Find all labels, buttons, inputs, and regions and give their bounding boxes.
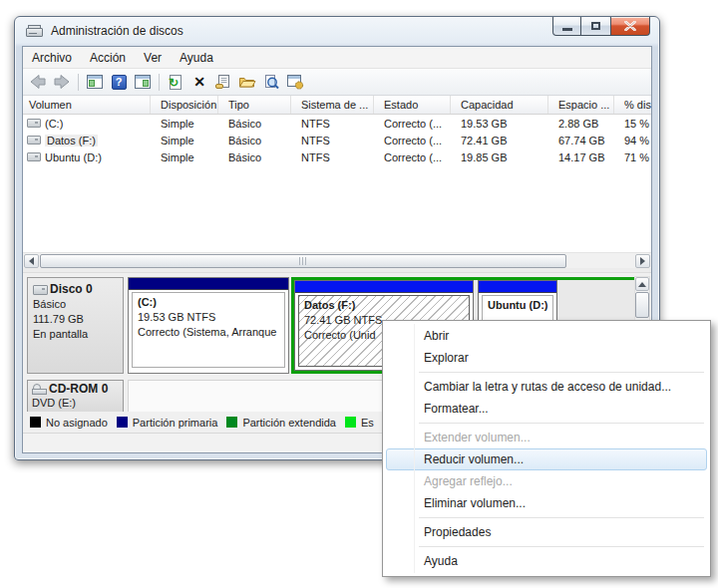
menu-item-explorar[interactable]: Explorar bbox=[386, 347, 707, 369]
column-header-espacio[interactable]: Espacio ... bbox=[548, 96, 614, 114]
menu-ayuda[interactable]: Ayuda bbox=[171, 48, 222, 68]
close-button[interactable] bbox=[610, 17, 650, 36]
disk-icon-slot bbox=[29, 33, 37, 34]
menu-archivo[interactable]: Archivo bbox=[23, 48, 81, 68]
volume-name-cell: Datos (F:) bbox=[23, 135, 151, 147]
refresh-button[interactable]: ↻ bbox=[165, 71, 186, 93]
free-space-cell: 2.88 GB bbox=[548, 118, 614, 130]
disk0-size: 111.79 GB bbox=[33, 312, 118, 327]
open-folder-button[interactable] bbox=[236, 71, 258, 93]
legend-espacio-libre: Es bbox=[345, 417, 374, 429]
volume-list-header: Volumen Disposición Tipo Sistema de ... … bbox=[23, 96, 651, 115]
forward-button[interactable] bbox=[51, 71, 73, 93]
menu-item-ayuda[interactable]: Ayuda bbox=[386, 550, 707, 572]
disk0-header[interactable]: Disco 0 Básico 111.79 GB En pantalla bbox=[27, 277, 124, 374]
type-cell: Básico bbox=[218, 151, 291, 163]
pct-free-cell: 15 % bbox=[614, 118, 651, 130]
scroll-up-button[interactable] bbox=[635, 277, 649, 291]
menu-separator bbox=[419, 517, 704, 518]
delete-icon: ✕ bbox=[193, 75, 205, 89]
back-button[interactable] bbox=[27, 71, 49, 93]
scroll-left-button[interactable] bbox=[24, 254, 39, 268]
cdrom-media: DVD (E:) bbox=[32, 396, 119, 410]
column-header-sistema[interactable]: Sistema de ... bbox=[291, 96, 374, 114]
new-window-button[interactable] bbox=[284, 71, 306, 93]
screen: Administración de discos Archivo Acción … bbox=[0, 0, 718, 588]
column-header-estado[interactable]: Estado bbox=[374, 96, 451, 114]
scroll-right-button[interactable] bbox=[635, 254, 650, 268]
primary-partition-bar bbox=[129, 278, 288, 290]
horizontal-scrollbar[interactable] bbox=[23, 252, 651, 268]
show-console-tree-button[interactable] bbox=[84, 71, 106, 93]
legend-no-asignado: No asignado bbox=[30, 417, 108, 429]
legend-particion-primaria: Partición primaria bbox=[117, 417, 218, 429]
search-icon bbox=[262, 74, 280, 90]
horizontal-scrollbar-thumb[interactable] bbox=[40, 254, 566, 268]
search-button[interactable] bbox=[260, 71, 282, 93]
capacity-cell: 19.53 GB bbox=[451, 118, 548, 130]
title-bar[interactable]: Administración de discos bbox=[15, 17, 659, 46]
menu-item-eliminar-volumen[interactable]: Eliminar volumen... bbox=[386, 492, 707, 514]
menu-separator bbox=[419, 546, 704, 547]
pct-free-cell: 71 % bbox=[614, 151, 651, 163]
volume-row-datos[interactable]: Datos (F:) Simple Básico NTFS Correcto (… bbox=[23, 132, 651, 148]
menu-accion[interactable]: Acción bbox=[81, 48, 135, 68]
menu-item-abrir[interactable]: Abrir bbox=[386, 325, 707, 347]
volume-row-ubuntu[interactable]: Ubuntu (D:) Simple Básico NTFS Correcto … bbox=[23, 148, 651, 165]
toolbar-separator bbox=[159, 74, 160, 91]
logical-drive-bar bbox=[295, 281, 473, 293]
disk-icon bbox=[33, 285, 48, 295]
cdrom-header[interactable]: CD-ROM 0 DVD (E:) bbox=[27, 380, 124, 413]
action-pane-icon bbox=[134, 74, 152, 90]
menu-item-cambiar-letra[interactable]: Cambiar la letra y rutas de acceso de un… bbox=[386, 376, 707, 398]
help-button[interactable]: ? bbox=[108, 71, 130, 93]
fs-cell: NTFS bbox=[291, 151, 374, 163]
volume-icon bbox=[27, 136, 41, 145]
column-header-tipo[interactable]: Tipo bbox=[218, 96, 291, 114]
back-icon bbox=[29, 74, 47, 90]
volume-list: Volumen Disposición Tipo Sistema de ... … bbox=[23, 96, 651, 252]
fs-cell: NTFS bbox=[291, 118, 374, 130]
column-header-capacidad[interactable]: Capacidad bbox=[451, 96, 548, 114]
status-cell: Correcto (... bbox=[374, 151, 451, 163]
properties-button[interactable] bbox=[212, 71, 234, 93]
menu-separator bbox=[419, 423, 704, 424]
menu-ver[interactable]: Ver bbox=[135, 48, 171, 68]
menu-item-reducir-volumen[interactable]: Reducir volumen... bbox=[386, 448, 707, 470]
delete-button[interactable]: ✕ bbox=[188, 71, 210, 93]
console-window-gear-icon bbox=[286, 74, 304, 90]
scroll-up-icon bbox=[638, 278, 646, 287]
capacity-cell: 72.41 GB bbox=[451, 135, 548, 147]
maximize-button[interactable] bbox=[581, 17, 610, 36]
partition-c[interactable]: (C:) 19.53 GB NTFS Correcto (Sistema, Ar… bbox=[128, 277, 289, 374]
column-header-pct-disp[interactable]: % disp bbox=[614, 96, 651, 114]
menu-separator bbox=[419, 372, 704, 373]
legend-label: Partición primaria bbox=[133, 417, 218, 429]
cdrom-icon bbox=[32, 384, 47, 395]
column-header-volumen[interactable]: Volumen bbox=[23, 96, 151, 114]
show-action-pane-button[interactable] bbox=[132, 71, 154, 93]
menu-item-formatear[interactable]: Formatear... bbox=[386, 398, 707, 420]
menu-item-propiedades[interactable]: Propiedades bbox=[386, 521, 707, 543]
partition-c-body: (C:) 19.53 GB NTFS Correcto (Sistema, Ar… bbox=[132, 292, 285, 368]
legend-particion-extendida: Partición extendida bbox=[226, 417, 336, 429]
column-header-disposicion[interactable]: Disposición bbox=[151, 96, 218, 114]
scroll-left-icon bbox=[25, 257, 34, 265]
menu-bar: Archivo Acción Ver Ayuda bbox=[23, 47, 651, 69]
disk0-type: Básico bbox=[33, 297, 118, 312]
logical-drive-bar bbox=[479, 281, 556, 293]
disk0-status: En pantalla bbox=[33, 327, 118, 342]
properties-icon bbox=[214, 74, 232, 90]
open-folder-icon bbox=[238, 74, 256, 90]
menu-item-extender-volumen: Extender volumen... bbox=[386, 427, 707, 448]
maximize-icon bbox=[591, 22, 600, 30]
volume-icon bbox=[27, 119, 41, 128]
volume-row-c[interactable]: (C:) Simple Básico NTFS Correcto (... 19… bbox=[23, 115, 651, 132]
layout-cell: Simple bbox=[151, 151, 218, 163]
legend-label: Partición extendida bbox=[242, 417, 336, 429]
vertical-scrollbar-thumb[interactable] bbox=[635, 292, 649, 318]
minimize-button[interactable] bbox=[552, 17, 581, 36]
layout-cell: Simple bbox=[151, 118, 218, 130]
close-icon bbox=[624, 21, 636, 31]
menu-item-agregar-reflejo: Agregar reflejo... bbox=[386, 470, 707, 492]
